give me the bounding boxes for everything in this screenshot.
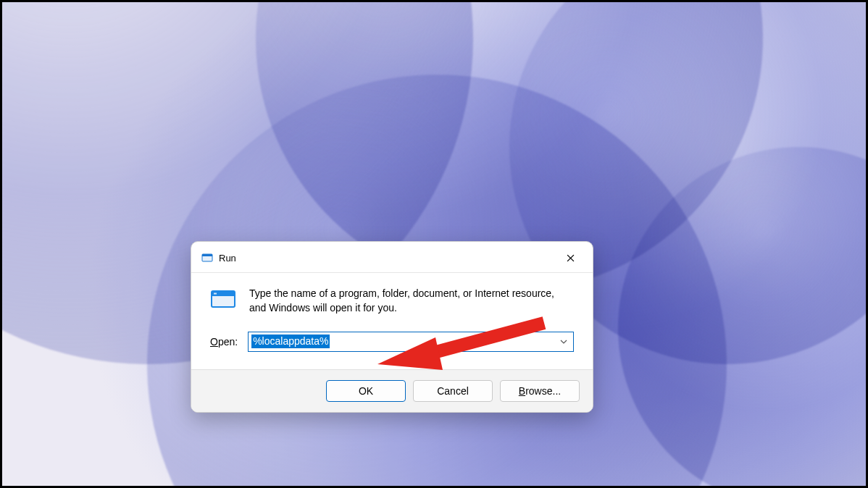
open-row: Open: %localappdata%	[210, 332, 574, 352]
run-icon	[201, 252, 213, 264]
open-label-accel: O	[210, 336, 218, 348]
open-label: Open:	[210, 336, 238, 348]
ok-button[interactable]: OK	[326, 380, 406, 402]
dialog-footer: OK Cancel Browse...	[191, 369, 593, 412]
titlebar: Run	[191, 242, 593, 272]
open-input-value: %localappdata%	[251, 335, 330, 348]
dialog-description: Type the name of a program, folder, docu…	[249, 286, 574, 316]
titlebar-left: Run	[201, 252, 236, 264]
browse-button-accel: B	[519, 385, 525, 397]
browse-button[interactable]: Browse...	[500, 380, 580, 402]
dialog-title: Run	[219, 253, 236, 264]
browse-button-rest: rowse...	[525, 385, 561, 397]
open-combobox[interactable]: %localappdata%	[248, 332, 574, 352]
svg-rect-6	[214, 293, 217, 295]
description-row: Type the name of a program, folder, docu…	[210, 286, 574, 316]
open-label-rest: pen:	[218, 336, 238, 348]
run-dialog: Run Type the name of a program, folder, …	[191, 241, 593, 413]
svg-rect-1	[202, 254, 212, 256]
open-input[interactable]: %localappdata%	[249, 332, 554, 351]
close-button[interactable]	[558, 248, 583, 268]
chevron-down-icon[interactable]	[554, 332, 573, 351]
cancel-button[interactable]: Cancel	[413, 380, 493, 402]
ok-button-label: OK	[359, 385, 373, 397]
cancel-button-label: Cancel	[437, 385, 469, 397]
dialog-body: Type the name of a program, folder, docu…	[191, 273, 593, 369]
run-icon-large	[210, 286, 236, 312]
